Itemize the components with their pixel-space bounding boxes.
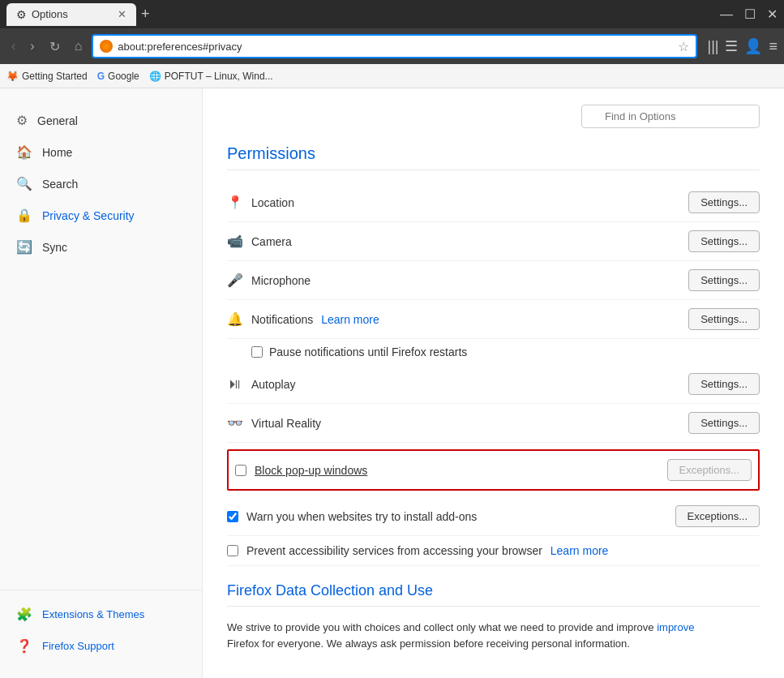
permissions-title: Permissions <box>227 144 760 170</box>
permission-row-warn-addons: Warn you when websites try to install ad… <box>227 497 760 536</box>
sidebar-item-search[interactable]: 🔍 Search <box>0 168 202 200</box>
sidebar-home-label: Home <box>42 146 72 159</box>
general-icon: ⚙ <box>16 113 28 128</box>
sidebar-search-label: Search <box>42 178 78 191</box>
home-icon: 🏠 <box>16 144 32 160</box>
close-button[interactable]: ✕ <box>767 6 778 22</box>
find-in-options-input[interactable] <box>581 105 760 128</box>
extensions-icon: 🧩 <box>16 607 32 622</box>
autoplay-settings-button[interactable]: Settings... <box>688 373 760 395</box>
library-button[interactable]: ||| <box>707 38 718 55</box>
autoplay-label: Autoplay <box>251 378 688 391</box>
bookmark-google[interactable]: G Google <box>97 71 139 82</box>
nav-toolbar-icons: ||| ☰ 👤 ≡ <box>707 37 778 55</box>
permission-row-camera: 📹 Camera Settings... <box>227 222 760 261</box>
find-input-wrapper: 🔍 <box>581 105 760 128</box>
location-settings-button[interactable]: Settings... <box>688 191 760 213</box>
tab-gear-icon: ⚙ <box>16 8 27 21</box>
block-popup-checkbox[interactable] <box>235 465 246 476</box>
sidebar-bottom: 🧩 Extensions & Themes ❓ Firefox Support <box>0 590 202 662</box>
menu-button[interactable]: ≡ <box>769 38 778 55</box>
bookmarks-bar: 🦊 Getting Started G Google 🌐 POFTUT – Li… <box>0 64 784 88</box>
sidebar-nav: ⚙ General 🏠 Home 🔍 Search 🔒 Privacy & Se… <box>0 105 202 590</box>
block-popup-label: Block pop-up windows <box>255 464 667 477</box>
bookmark-poftut-label: POFTUT – Linux, Wind... <box>165 71 273 82</box>
sidebar-general-label: General <box>37 114 78 127</box>
data-collection-section: Firefox Data Collection and Use We striv… <box>227 582 760 651</box>
sidebar-sync-label: Sync <box>42 241 67 254</box>
sidebar-item-extensions[interactable]: 🧩 Extensions & Themes <box>0 599 202 630</box>
tab-close-button[interactable]: ✕ <box>118 8 126 20</box>
bookmark-getting-started[interactable]: 🦊 Getting Started <box>6 71 88 82</box>
google-icon: G <box>97 71 105 82</box>
microphone-settings-button[interactable]: Settings... <box>688 269 760 291</box>
permission-row-accessibility: Prevent accessibility services from acce… <box>227 536 760 566</box>
bookmark-poftut[interactable]: 🌐 POFTUT – Linux, Wind... <box>149 71 273 82</box>
pause-notifications-label: Pause notifications until Firefox restar… <box>269 345 467 358</box>
bookmark-star-icon[interactable]: ☆ <box>678 39 689 54</box>
warn-addons-label: Warn you when websites try to install ad… <box>246 510 675 523</box>
permission-row-microphone: 🎤 Microphone Settings... <box>227 261 760 300</box>
address-text: about:preferences#privacy <box>118 41 673 53</box>
notifications-icon: 🔔 <box>227 311 243 327</box>
permission-row-notifications: 🔔 Notifications Learn more Settings... <box>227 300 760 339</box>
sidebar-item-general[interactable]: ⚙ General <box>0 105 202 136</box>
sync-button[interactable]: 👤 <box>744 37 762 55</box>
browser-tab[interactable]: ⚙ Options ✕ <box>6 3 136 26</box>
prevent-accessibility-checkbox[interactable] <box>227 545 238 556</box>
data-collection-text: We strive to provide you with choices an… <box>227 620 760 651</box>
sidebar-item-sync[interactable]: 🔄 Sync <box>0 231 202 263</box>
location-label: Location <box>251 196 688 209</box>
find-in-options-container: 🔍 <box>227 105 760 128</box>
browser-content: ⚙ General 🏠 Home 🔍 Search 🔒 Privacy & Se… <box>0 88 784 678</box>
permission-row-block-popup: Block pop-up windows Exceptions... <box>227 449 760 491</box>
pause-notifications-checkbox[interactable] <box>251 346 263 358</box>
sidebar-privacy-label: Privacy & Security <box>42 209 135 222</box>
sidebar: ⚙ General 🏠 Home 🔍 Search 🔒 Privacy & Se… <box>0 88 203 678</box>
sidebar-button[interactable]: ☰ <box>725 37 738 55</box>
vr-icon: 👓 <box>227 415 243 431</box>
title-bar: ⚙ Options ✕ + — ☐ ✕ <box>0 0 784 28</box>
notifications-learn-more-link[interactable]: Learn more <box>321 313 379 326</box>
getting-started-icon: 🦊 <box>6 71 19 82</box>
sidebar-item-privacy[interactable]: 🔒 Privacy & Security <box>0 200 202 231</box>
refresh-button[interactable]: ↻ <box>45 36 65 58</box>
camera-settings-button[interactable]: Settings... <box>688 230 760 252</box>
back-button[interactable]: ‹ <box>6 36 20 57</box>
block-popup-exceptions-button[interactable]: Exceptions... <box>667 459 752 481</box>
bookmark-getting-started-label: Getting Started <box>22 71 88 82</box>
notifications-label: Notifications Learn more <box>251 313 688 326</box>
warn-addons-checkbox[interactable] <box>227 511 238 522</box>
window-controls: — ☐ ✕ <box>720 6 778 22</box>
minimize-button[interactable]: — <box>720 7 733 22</box>
camera-label: Camera <box>251 235 688 248</box>
forward-button[interactable]: › <box>25 36 39 57</box>
address-bar[interactable]: about:preferences#privacy ☆ <box>92 34 697 58</box>
bookmark-google-label: Google <box>108 71 139 82</box>
warn-addons-exceptions-button[interactable]: Exceptions... <box>675 505 760 527</box>
vr-settings-button[interactable]: Settings... <box>688 412 760 434</box>
maximize-button[interactable]: ☐ <box>744 6 756 22</box>
permission-row-location: 📍 Location Settings... <box>227 183 760 222</box>
nav-bar: ‹ › ↻ ⌂ about:preferences#privacy ☆ ||| … <box>0 28 784 64</box>
microphone-icon: 🎤 <box>227 272 243 288</box>
tab-label: Options <box>32 8 68 20</box>
pause-notifications-row: Pause notifications until Firefox restar… <box>227 339 760 365</box>
permission-row-vr: 👓 Virtual Reality Settings... <box>227 404 760 443</box>
permission-row-autoplay: ⏯ Autoplay Settings... <box>227 365 760 404</box>
search-icon: 🔍 <box>16 176 32 191</box>
autoplay-icon: ⏯ <box>227 375 243 393</box>
firefox-icon <box>100 40 113 53</box>
sync-icon: 🔄 <box>16 239 32 255</box>
sidebar-item-support[interactable]: ❓ Firefox Support <box>0 630 202 662</box>
title-bar-left: ⚙ Options ✕ + <box>6 3 720 26</box>
new-tab-button[interactable]: + <box>141 6 150 23</box>
support-icon: ❓ <box>16 638 32 654</box>
sidebar-extensions-label: Extensions & Themes <box>42 608 144 620</box>
accessibility-learn-more-link[interactable]: Learn more <box>551 544 609 557</box>
notifications-settings-button[interactable]: Settings... <box>688 308 760 330</box>
data-collection-title: Firefox Data Collection and Use <box>227 582 760 607</box>
location-icon: 📍 <box>227 195 243 210</box>
sidebar-item-home[interactable]: 🏠 Home <box>0 136 202 168</box>
home-button[interactable]: ⌂ <box>70 36 88 57</box>
